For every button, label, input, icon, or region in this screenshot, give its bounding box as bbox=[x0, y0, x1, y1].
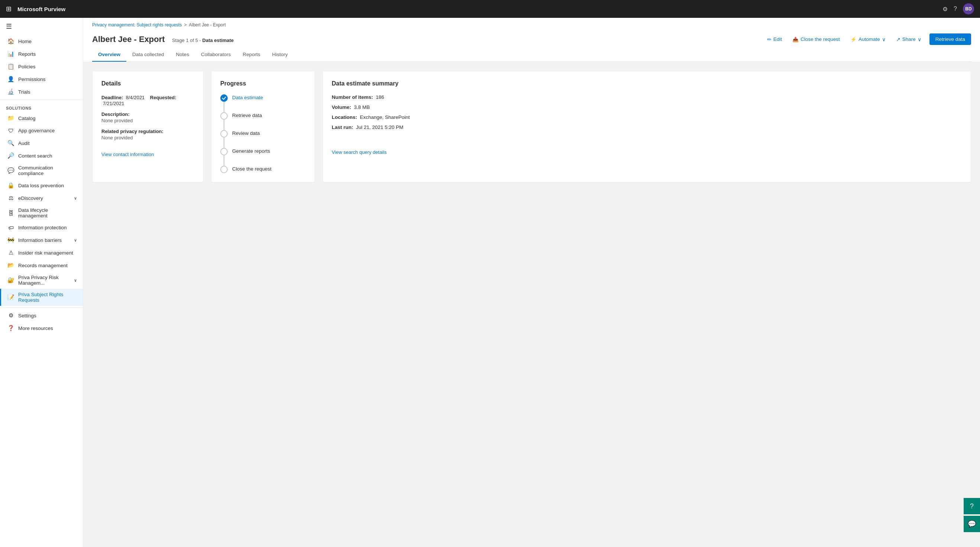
breadcrumb-separator: > bbox=[184, 22, 186, 27]
step-label-2: Retrieve data bbox=[232, 112, 262, 118]
sidebar-item-communication-compliance[interactable]: 💬 Communication compliance bbox=[0, 162, 83, 179]
floating-chat-icon: ? bbox=[970, 502, 974, 510]
edit-button[interactable]: ✏ Edit bbox=[765, 35, 784, 44]
home-icon: 🏠 bbox=[7, 38, 14, 45]
cards-area: Details Deadline: 8/4/2021 Requested: 7/… bbox=[83, 62, 980, 191]
policies-icon: 📋 bbox=[7, 63, 14, 70]
automate-chevron-icon: ∨ bbox=[882, 37, 886, 42]
sidebar-item-information-protection[interactable]: 🏷 Information protection bbox=[0, 222, 83, 234]
grid-icon[interactable]: ⊞ bbox=[6, 5, 11, 13]
summary-locations: Locations: Exchange, SharePoint bbox=[332, 115, 962, 120]
step-label-4: Generate reports bbox=[232, 148, 270, 154]
priva-privacy-icon: 🔐 bbox=[7, 277, 14, 284]
tab-data-collected[interactable]: Data collected bbox=[126, 48, 170, 62]
sidebar-item-reports[interactable]: 📊 Reports bbox=[0, 48, 83, 60]
floating-chat-button[interactable]: ? bbox=[964, 498, 980, 514]
step-retrieve-data: Retrieve data bbox=[220, 112, 306, 130]
sidebar-item-content-search[interactable]: 🔎 Content search bbox=[0, 149, 83, 162]
breadcrumb-parent[interactable]: Privacy management: Subject rights reque… bbox=[92, 22, 182, 27]
app-governance-icon: 🛡 bbox=[7, 128, 14, 134]
avatar[interactable]: BD bbox=[963, 3, 974, 14]
audit-icon: 🔍 bbox=[7, 140, 14, 147]
tab-collaborators[interactable]: Collaborators bbox=[195, 48, 237, 62]
details-card: Details Deadline: 8/4/2021 Requested: 7/… bbox=[92, 71, 204, 182]
description-value: None provided bbox=[102, 118, 194, 123]
share-button[interactable]: ↗ Share ∨ bbox=[894, 35, 924, 44]
sidebar-item-more-resources[interactable]: ❓ More resources bbox=[0, 322, 83, 335]
solutions-header: Solutions bbox=[0, 102, 83, 112]
sidebar-item-audit[interactable]: 🔍 Audit bbox=[0, 137, 83, 149]
sidebar-item-trials[interactable]: 🔬 Trials bbox=[0, 86, 83, 98]
summary-card: Data estimate summary Number of items: 1… bbox=[323, 71, 971, 182]
settings-icon[interactable]: ⚙ bbox=[942, 6, 948, 13]
information-protection-icon: 🏷 bbox=[7, 225, 14, 231]
sidebar-item-priva-subject[interactable]: 📝 Priva Subject Rights Requests bbox=[0, 289, 83, 306]
priva-subject-icon: 📝 bbox=[7, 294, 14, 301]
sidebar-item-permissions[interactable]: 👤 Permissions bbox=[0, 73, 83, 86]
ediscovery-icon: ⚖ bbox=[7, 195, 14, 201]
step-label-3: Review data bbox=[232, 130, 260, 136]
app-name: Microsoft Purview bbox=[18, 6, 65, 12]
communication-icon: 💬 bbox=[7, 167, 14, 174]
sidebar-item-settings[interactable]: ⚙ Settings bbox=[0, 309, 83, 322]
summary-card-title: Data estimate summary bbox=[332, 80, 962, 87]
progress-steps: Data estimate Retrieve data bbox=[220, 94, 306, 173]
more-resources-icon: ❓ bbox=[7, 325, 14, 332]
priva-privacy-chevron: ∨ bbox=[74, 278, 77, 283]
sidebar-item-home[interactable]: 🏠 Home bbox=[0, 35, 83, 48]
step-circle-4 bbox=[220, 148, 228, 155]
sidebar-item-data-lifecycle[interactable]: 🗄 Data lifecycle management bbox=[0, 204, 83, 222]
sidebar-item-ediscovery[interactable]: ⚖ eDiscovery ∨ bbox=[0, 192, 83, 204]
floating-feedback-icon: 💬 bbox=[968, 520, 976, 528]
tab-history[interactable]: History bbox=[266, 48, 293, 62]
permissions-icon: 👤 bbox=[7, 76, 14, 83]
header-actions: ✏ Edit 📤 Close the request ⚡ Automate ∨ … bbox=[765, 33, 971, 45]
insider-risk-icon: ⚠ bbox=[7, 249, 14, 256]
view-search-query-link[interactable]: View search query details bbox=[332, 149, 387, 155]
sidebar-item-data-loss-prevention[interactable]: 🔒 Data loss prevention bbox=[0, 179, 83, 192]
dlp-icon: 🔒 bbox=[7, 182, 14, 189]
share-chevron-icon: ∨ bbox=[918, 37, 921, 42]
summary-items: Number of items: 186 bbox=[332, 94, 962, 100]
barriers-chevron: ∨ bbox=[74, 238, 77, 242]
automate-button[interactable]: ⚡ Automate ∨ bbox=[848, 35, 888, 44]
summary-volume: Volume: 3.8 MB bbox=[332, 104, 962, 110]
step-circle-5 bbox=[220, 166, 228, 173]
step-circle-1 bbox=[220, 94, 228, 102]
hamburger-button[interactable]: ☰ bbox=[0, 18, 83, 35]
view-contact-link[interactable]: View contact information bbox=[102, 152, 154, 157]
tab-notes[interactable]: Notes bbox=[170, 48, 195, 62]
sidebar-item-priva-privacy[interactable]: 🔐 Priva Privacy Risk Managem... ∨ bbox=[0, 272, 83, 289]
retrieve-data-button[interactable]: Retrieve data bbox=[929, 33, 971, 45]
content-header: Privacy management: Subject rights reque… bbox=[83, 18, 980, 62]
help-icon[interactable]: ? bbox=[954, 6, 957, 12]
floating-buttons: ? 💬 bbox=[964, 498, 980, 532]
step-label-5: Close the request bbox=[232, 166, 272, 172]
sidebar-item-app-governance[interactable]: 🛡 App governance bbox=[0, 124, 83, 137]
deadline-row: Deadline: 8/4/2021 Requested: 7/21/2021 bbox=[102, 94, 194, 106]
share-icon: ↗ bbox=[896, 37, 900, 42]
ediscovery-chevron: ∨ bbox=[74, 196, 77, 201]
step-label-1: Data estimate bbox=[232, 94, 263, 100]
tab-overview[interactable]: Overview bbox=[92, 48, 126, 62]
sidebar-item-records-management[interactable]: 📂 Records management bbox=[0, 259, 83, 272]
sidebar-item-catalog[interactable]: 📁 Catalog bbox=[0, 112, 83, 124]
sidebar-item-information-barriers[interactable]: 🚧 Information barriers ∨ bbox=[0, 234, 83, 246]
sidebar-item-insider-risk[interactable]: ⚠ Insider risk management bbox=[0, 246, 83, 259]
catalog-icon: 📁 bbox=[7, 115, 14, 121]
trials-icon: 🔬 bbox=[7, 88, 14, 95]
reports-icon: 📊 bbox=[7, 51, 14, 57]
progress-card-title: Progress bbox=[220, 80, 306, 87]
sidebar-item-policies[interactable]: 📋 Policies bbox=[0, 60, 83, 73]
data-lifecycle-icon: 🗄 bbox=[7, 210, 14, 216]
regulation-row: Related privacy regulation: None provide… bbox=[102, 129, 194, 140]
tab-reports[interactable]: Reports bbox=[237, 48, 266, 62]
content-search-icon: 🔎 bbox=[7, 152, 14, 159]
sidebar: ☰ 🏠 Home 📊 Reports 📋 Policies 👤 Permissi… bbox=[0, 18, 83, 547]
close-request-icon: 📤 bbox=[792, 37, 799, 42]
step-close-request: Close the request bbox=[220, 166, 306, 173]
floating-feedback-button[interactable]: 💬 bbox=[964, 516, 980, 532]
description-row: Description: None provided bbox=[102, 112, 194, 123]
step-data-estimate: Data estimate bbox=[220, 94, 306, 112]
close-request-button[interactable]: 📤 Close the request bbox=[790, 35, 842, 44]
